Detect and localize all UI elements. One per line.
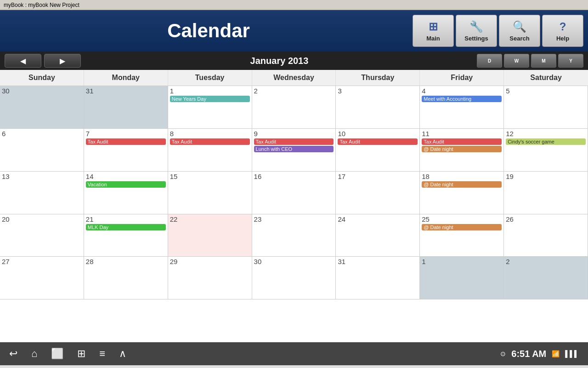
cal-cell[interactable]: 10Tax Audit <box>336 129 420 172</box>
cal-cell[interactable]: 14Vacation <box>84 172 168 214</box>
cal-cell[interactable]: 30 <box>252 257 336 299</box>
up-icon[interactable]: ∧ <box>119 348 126 360</box>
cal-cell[interactable]: 2 <box>252 86 336 129</box>
calendar-event[interactable]: Tax Audit <box>338 138 418 145</box>
cal-cell[interactable]: 15 <box>168 172 252 214</box>
day-number: 21 <box>86 215 166 223</box>
year-view-button[interactable]: Y <box>558 54 583 68</box>
calendar-event[interactable]: @ Date night <box>422 224 502 230</box>
search-button[interactable]: 🔍 Search <box>499 15 540 47</box>
day-number: 4 <box>422 87 502 95</box>
cal-cell[interactable]: 8Tax Audit <box>168 129 252 172</box>
day-view-button[interactable]: D <box>477 54 502 68</box>
day-number: 31 <box>338 258 418 265</box>
cal-cell[interactable]: 21MLK Day <box>84 214 168 257</box>
next-month-button[interactable]: ▶ <box>44 54 81 68</box>
day-number: 9 <box>254 130 334 138</box>
day-number: 10 <box>338 130 418 138</box>
search-icon: 🔍 <box>513 20 526 33</box>
month-title: January 2013 <box>84 56 475 66</box>
day-number: 25 <box>422 215 502 223</box>
help-label: Help <box>556 35 569 42</box>
grid-icon[interactable]: ⊞ <box>77 348 85 360</box>
day-number: 24 <box>338 215 418 223</box>
cal-cell[interactable]: 19 <box>504 172 588 214</box>
calendar-event[interactable]: Lunch with CEO <box>254 146 334 152</box>
day-number: 30 <box>254 258 334 265</box>
home-icon[interactable]: ⌂ <box>31 348 37 360</box>
cal-cell[interactable]: 7Tax Audit <box>84 129 168 172</box>
cal-cell[interactable]: 20 <box>0 214 84 257</box>
day-number: 17 <box>338 172 418 180</box>
settings-label: Settings <box>464 35 488 42</box>
month-view-button[interactable]: M <box>531 54 556 68</box>
day-header-wednesday: Wednesday <box>252 70 336 86</box>
cal-cell[interactable]: 29 <box>168 257 252 299</box>
cal-cell[interactable]: 17 <box>336 172 420 214</box>
help-button[interactable]: ? Help <box>542 15 583 47</box>
cal-cell[interactable]: 6 <box>0 129 84 172</box>
day-header-sunday: Sunday <box>0 70 84 86</box>
day-number: 26 <box>506 215 586 223</box>
calendar-event[interactable]: Tax Audit <box>86 138 166 145</box>
cal-cell[interactable]: 1New Years Day <box>168 86 252 129</box>
day-number: 16 <box>254 172 334 180</box>
day-header-tuesday: Tuesday <box>168 70 252 86</box>
calendar-event[interactable]: MLK Day <box>86 224 166 230</box>
cal-cell[interactable]: 23 <box>252 214 336 257</box>
cal-cell[interactable]: 28 <box>84 257 168 299</box>
day-number: 8 <box>170 130 250 138</box>
day-number: 13 <box>2 172 82 180</box>
back-icon[interactable]: ↩ <box>9 348 17 360</box>
sync-icon: ⊙ <box>500 350 506 357</box>
day-number: 12 <box>506 130 586 138</box>
menu-icon[interactable]: ≡ <box>99 348 105 360</box>
cal-cell[interactable]: 4Meet with Accounting <box>420 86 504 129</box>
main-button[interactable]: ⊞ Main <box>413 15 454 47</box>
cal-cell[interactable]: 1 <box>420 257 504 299</box>
cal-cell[interactable]: 2 <box>504 257 588 299</box>
day-headers: SundayMondayTuesdayWednesdayThursdayFrid… <box>0 70 588 86</box>
day-number: 19 <box>506 172 586 180</box>
calendar-event[interactable]: New Years Day <box>170 96 250 102</box>
day-number: 2 <box>506 258 586 265</box>
day-header-friday: Friday <box>420 70 504 86</box>
cal-cell[interactable]: 13 <box>0 172 84 214</box>
calendar-grid: 30311New Years Day234Meet with Accountin… <box>0 86 588 342</box>
calendar-event[interactable]: @ Date night <box>422 181 502 188</box>
calendar-event[interactable]: Tax Audit <box>254 138 334 145</box>
recents-icon[interactable]: ⬜ <box>51 348 63 360</box>
cal-cell[interactable]: 22 <box>168 214 252 257</box>
cal-cell[interactable]: 25@ Date night <box>420 214 504 257</box>
app-title: Calendar <box>5 20 413 42</box>
cal-cell[interactable]: 31 <box>84 86 168 129</box>
cal-cell[interactable]: 9Tax AuditLunch with CEO <box>252 129 336 172</box>
cal-cell[interactable]: 24 <box>336 214 420 257</box>
cal-cell[interactable]: 18@ Date night <box>420 172 504 214</box>
day-header-thursday: Thursday <box>336 70 420 86</box>
cal-cell[interactable]: 3 <box>336 86 420 129</box>
day-number: 31 <box>86 87 166 95</box>
cal-cell[interactable]: 27 <box>0 257 84 299</box>
calendar-event[interactable]: Tax Audit <box>170 138 250 145</box>
day-number: 7 <box>86 130 166 138</box>
cal-cell[interactable]: 31 <box>336 257 420 299</box>
day-number: 22 <box>170 215 250 223</box>
status-bar: ⊙ 6:51 AM 📶 ▌▌▌ <box>500 349 579 359</box>
calendar-event[interactable]: Vacation <box>86 181 166 188</box>
calendar-event[interactable]: Meet with Accounting <box>422 96 502 102</box>
cal-cell[interactable]: 11Tax Audit@ Date night <box>420 129 504 172</box>
prev-month-button[interactable]: ◀ <box>5 54 41 68</box>
cal-cell[interactable]: 30 <box>0 86 84 129</box>
cal-cell[interactable]: 12Cindy's soccer game <box>504 129 588 172</box>
cal-cell[interactable]: 26 <box>504 214 588 257</box>
calendar-event[interactable]: Tax Audit <box>422 138 502 145</box>
calendar-event[interactable]: Cindy's soccer game <box>506 138 586 145</box>
cal-cell[interactable]: 16 <box>252 172 336 214</box>
calendar-event[interactable]: @ Date night <box>422 146 502 152</box>
settings-button[interactable]: 🔧 Settings <box>456 15 497 47</box>
week-view-button[interactable]: W <box>504 54 529 68</box>
cal-cell[interactable]: 5 <box>504 86 588 129</box>
day-number: 14 <box>86 172 166 180</box>
calendar: SundayMondayTuesdayWednesdayThursdayFrid… <box>0 70 588 342</box>
